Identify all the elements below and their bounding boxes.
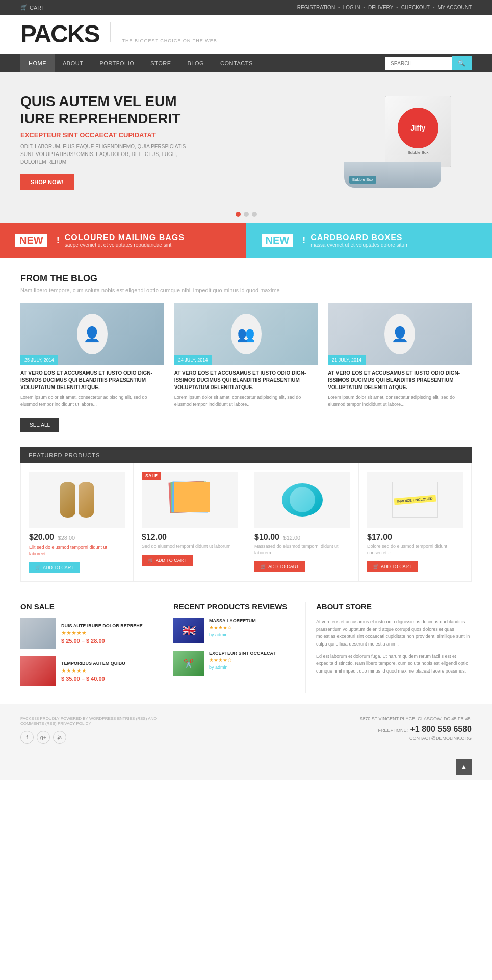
on-sale-image-1	[20, 618, 56, 649]
review-title-1: MASSA LAOREETUM	[209, 618, 295, 623]
product-card-4: INVOICE ENCLOSED $17.00 Dolore sed do ei…	[359, 463, 471, 581]
add-to-cart-1[interactable]: 🛒 ADD TO CART	[29, 562, 80, 573]
on-sale-item-1: DUIS AUTE IRURE DOLOR REPREHE ★★★★★ $ 25…	[20, 618, 152, 649]
checkout-link[interactable]: CHECKOUT	[401, 5, 430, 10]
review-by-2: by admin	[209, 665, 295, 670]
product-card-2: SALE $12.00 Sed do eiusmod temporni didu…	[134, 463, 246, 581]
footer-phone: FREEPHONE: +1 800 559 6580	[360, 725, 472, 734]
top-bar: 🛒 CART REGISTRATION • LOG IN • DELIVERY …	[0, 0, 492, 15]
nav-contacts[interactable]: CONTACTS	[212, 54, 261, 72]
bottom-sections: ON SALE DUIS AUTE IRURE DOLOR REPREHE ★★…	[0, 592, 492, 704]
product-desc-4: Dolore sed do eiusmod temporni didunt co…	[367, 543, 463, 556]
product-old-price-1: $28.00	[58, 535, 75, 541]
cart-icon-4: 🛒	[373, 564, 379, 569]
on-sale-stars-2: ★★★★★	[61, 667, 152, 674]
sale-badge-2: SALE	[142, 472, 161, 480]
promo-sub-right: massa eveniet ut et voluptates dolore si…	[310, 242, 408, 248]
login-link[interactable]: LOG IN	[343, 5, 360, 10]
myaccount-link[interactable]: MY ACCOUNT	[438, 5, 472, 10]
hero-text: QUIS AUTEM VEL EUM IURE REPREHENDERIT EX…	[20, 93, 329, 190]
product-image-2	[142, 472, 238, 528]
nav-store[interactable]: STORE	[142, 54, 179, 72]
promo-new-badge-left: NEW	[15, 234, 47, 247]
hero-dot-3[interactable]	[252, 212, 257, 217]
review-item-2: ✂️ EXCEPTEUR SINT OCCAECAT ★★★★☆ by admi…	[173, 651, 295, 676]
reviews-title: RECENT PRODUCTS REVIEWS	[173, 602, 295, 611]
nav-blog[interactable]: BLOG	[179, 54, 212, 72]
blog-card-3: 👤 21 JULY, 2014 AT VERO EOS ET ACCUSAMUS…	[328, 303, 472, 408]
cart-label: CART	[30, 5, 45, 11]
hero-title: QUIS AUTEM VEL EUM IURE REPREHENDERIT	[20, 93, 214, 127]
logo[interactable]: PACKS	[20, 22, 99, 46]
nav-home[interactable]: HOME	[20, 54, 55, 72]
product-desc-3: Massased do eiusmod temporni didunt ut l…	[254, 543, 350, 556]
on-sale-item-title-2: TEMPORIBUS AUTEM QUIBU	[61, 661, 152, 666]
see-all-button[interactable]: SEE ALL	[20, 418, 59, 432]
blog-image-2: 👥 24 JULY, 2014	[174, 303, 318, 365]
blog-grid: 👤 25 JULY, 2014 AT VERO EOS ET ACCUSAMUS…	[20, 303, 472, 408]
product-old-price-3: $12.00	[283, 535, 301, 541]
cart-icon-2: 🛒	[148, 558, 153, 563]
hero-dot-2[interactable]	[244, 212, 249, 217]
blog-section-desc: Nam libero tempore, cum soluta nobis est…	[20, 287, 472, 293]
facebook-icon[interactable]: f	[20, 731, 34, 744]
add-to-cart-2[interactable]: 🛒 ADD TO CART	[142, 555, 193, 566]
cart-icon-1: 🛒	[35, 565, 41, 570]
promo-banner-left[interactable]: NEW ! COLOURED MAILING BAGS saepe evenie…	[0, 223, 246, 258]
cart-area[interactable]: 🛒 CART	[20, 4, 45, 11]
logo-divider	[110, 22, 111, 42]
scroll-top-button[interactable]: ▲	[456, 759, 472, 775]
search-button[interactable]: 🔍	[452, 56, 472, 70]
about-text-1: At vero eos et accusamus et iusto odio d…	[316, 618, 472, 648]
review-title-2: EXCEPTEUR SINT OCCAECAT	[209, 651, 295, 656]
main-nav: HOME ABOUT PORTFOLIO STORE BLOG CONTACTS…	[0, 54, 492, 72]
cart-icon: 🛒	[20, 4, 28, 11]
featured-products-section: FEATURED PRODUCTS $20.00 $28.00 Elit sed…	[20, 447, 472, 582]
search-area: 🔍	[385, 56, 472, 70]
on-sale-price-2: $ 35.00 – $ 40.00	[61, 676, 152, 682]
hero-dots	[0, 205, 492, 223]
product-card-1: $20.00 $28.00 Elit sed do eiusmod tempor…	[21, 463, 134, 581]
add-to-cart-4[interactable]: 🛒 ADD TO CART	[367, 561, 418, 572]
promo-new-badge-right: NEW	[262, 234, 294, 247]
on-sale-image-2	[20, 656, 56, 686]
blog-body-3: Lorem ipsum dolor sit amet, consectetur …	[328, 394, 472, 408]
hero-content: QUIS AUTEM VEL EUM IURE REPREHENDERIT EX…	[0, 72, 492, 205]
blog-image-3: 👤 21 JULY, 2014	[328, 303, 472, 365]
reviews-section: RECENT PRODUCTS REVIEWS 🇬🇧 MASSA LAOREET…	[163, 602, 306, 693]
promo-banner-right[interactable]: NEW ! CARDBOARD BOXES massa eveniet ut e…	[246, 223, 493, 258]
footer-address: 9870 ST VINCENT PLACE, GLASGOW, DC 45 FR…	[360, 716, 472, 721]
add-to-cart-3[interactable]: 🛒 ADD TO CART	[254, 561, 305, 572]
blog-heading-2: AT VERO EOS ET ACCUSAMUS ET IUSTO ODIO D…	[174, 370, 318, 391]
blog-date-2: 24 JULY, 2014	[174, 355, 212, 365]
site-header: PACKS THE BIGGEST CHOICE ON THE WEB	[0, 15, 492, 54]
logo-area: PACKS THE BIGGEST CHOICE ON THE WEB	[20, 22, 217, 46]
shop-now-button[interactable]: SHOP NOW!	[20, 174, 74, 190]
footer-left: PACKS IS PROUDLY POWERED BY WORDPRESS EN…	[20, 716, 173, 744]
google-plus-icon[interactable]: g+	[37, 731, 50, 744]
registration-link[interactable]: REGISTRATION	[297, 5, 335, 10]
blog-date-1: 25 JULY, 2014	[20, 355, 58, 365]
on-sale-stars-1: ★★★★★	[61, 630, 152, 636]
promo-banners: NEW ! COLOURED MAILING BAGS saepe evenie…	[0, 223, 492, 258]
blog-date-3: 21 JULY, 2014	[328, 355, 366, 365]
review-image-1: 🇬🇧	[173, 618, 204, 643]
review-image-2: ✂️	[173, 651, 204, 676]
blog-image-1: 👤 25 JULY, 2014	[20, 303, 164, 365]
product-desc-2: Sed do eiusmod temporni didunt ut laboru…	[142, 543, 238, 550]
footer-right: 9870 ST VINCENT PLACE, GLASGOW, DC 45 FR…	[360, 716, 472, 741]
featured-header: FEATURED PRODUCTS	[20, 447, 472, 463]
hero-dot-1[interactable]	[236, 212, 241, 217]
nav-about[interactable]: ABOUT	[55, 54, 91, 72]
rss-icon[interactable]	[53, 731, 66, 744]
cart-icon-3: 🛒	[261, 564, 266, 569]
delivery-link[interactable]: DELIVERY	[368, 5, 393, 10]
nav-portfolio[interactable]: PORTFOLIO	[91, 54, 142, 72]
search-input[interactable]	[385, 57, 452, 70]
footer-phone-label: FREEPHONE:	[378, 728, 408, 733]
product-image-3	[254, 472, 350, 528]
product-price-4: $17.00	[367, 533, 392, 541]
product-image-1	[29, 472, 125, 528]
svg-point-0	[58, 738, 59, 740]
site-footer: PACKS IS PROUDLY POWERED BY WORDPRESS EN…	[0, 704, 492, 756]
